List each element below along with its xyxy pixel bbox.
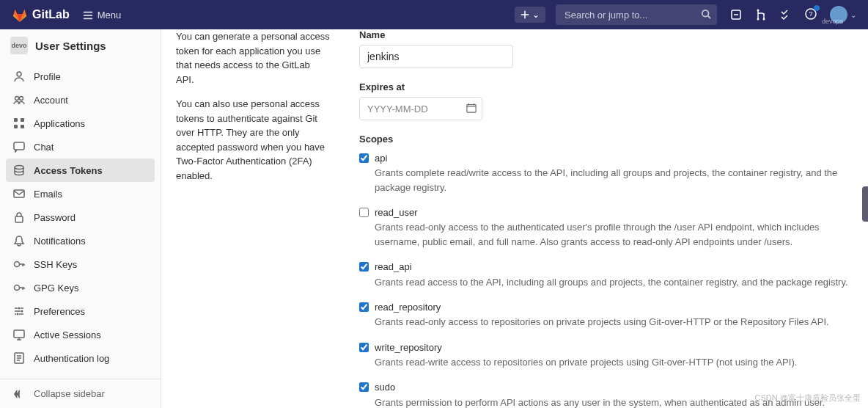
sidebar-item-chat[interactable]: Chat (6, 135, 155, 159)
scope-checkbox-sudo[interactable] (359, 382, 369, 392)
svg-rect-16 (14, 190, 24, 197)
notification-dot (814, 5, 820, 11)
svg-point-9 (20, 97, 23, 101)
ssh-keys-icon (13, 258, 25, 270)
scope-name: read_repository (375, 301, 853, 314)
todos-icon[interactable] (780, 9, 792, 21)
svg-rect-11 (21, 118, 24, 122)
sidebar-item-notifications[interactable]: Notifications (6, 229, 155, 252)
svg-point-4 (763, 18, 765, 21)
collapse-sidebar[interactable]: Collapse sidebar (0, 379, 161, 408)
brand[interactable]: GitLab (12, 7, 70, 23)
scope-checkbox-read_user[interactable] (359, 208, 369, 217)
sidebar-item-gpg-keys[interactable]: GPG Keys (6, 276, 155, 299)
new-dropdown[interactable]: ⌄ (515, 7, 545, 23)
applications-icon (13, 117, 25, 129)
scope-row-api: apiGrants complete read/write access to … (359, 152, 853, 194)
scope-name: api (375, 152, 853, 165)
scopes-label: Scopes (359, 134, 853, 145)
context-avatar: devo (10, 37, 28, 54)
svg-rect-14 (14, 142, 24, 150)
menu-button[interactable]: Menu (83, 10, 122, 21)
svg-point-18 (15, 262, 20, 267)
sidebar-item-label: GPG Keys (34, 283, 78, 294)
help-dropdown[interactable]: ? (805, 8, 817, 22)
name-label: Name (359, 29, 853, 40)
scopes-list: apiGrants complete read/write access to … (359, 152, 853, 408)
svg-rect-12 (14, 125, 18, 128)
profile-icon (13, 70, 25, 82)
description-column: You can generate a personal access token… (176, 29, 330, 408)
sidebar-item-access-tokens[interactable]: Access Tokens (6, 159, 155, 182)
scope-description: Grants complete read/write access to the… (375, 166, 853, 194)
active-sessions-icon (13, 329, 25, 340)
scope-checkbox-api[interactable] (359, 153, 369, 163)
svg-rect-17 (15, 216, 23, 222)
sidebar-item-label: Emails (34, 189, 62, 200)
scope-row-write_repository: write_repositoryGrants read-write access… (359, 341, 853, 370)
sidebar-item-label: Applications (34, 118, 85, 129)
svg-point-3 (757, 18, 760, 21)
gpg-keys-icon (13, 282, 25, 294)
sidebar: devo User Settings ProfileAccountApplica… (0, 29, 161, 408)
sidebar-item-authentication-log[interactable]: Authentication log (6, 346, 155, 370)
scope-row-read_user: read_userGrants read-only access to the … (359, 206, 853, 249)
scope-checkbox-read_repository[interactable] (359, 302, 369, 312)
search-icon (701, 9, 711, 19)
hamburger-icon (83, 10, 93, 20)
scope-description: Grants read-write access to repositories… (375, 355, 853, 370)
sidebar-title: User Settings (35, 40, 106, 52)
sidebar-context[interactable]: devo User Settings (0, 29, 161, 62)
calendar-icon[interactable] (466, 103, 477, 113)
sidebar-item-label: Access Tokens (34, 165, 103, 176)
sidebar-item-profile[interactable]: Profile (6, 65, 155, 88)
svg-point-21 (21, 310, 23, 313)
password-icon (13, 211, 25, 223)
svg-point-20 (18, 307, 21, 310)
svg-rect-10 (14, 118, 18, 122)
authentication-log-icon (13, 352, 25, 364)
merge-requests-icon[interactable] (755, 9, 767, 21)
sidebar-item-label: Authentication log (34, 353, 109, 364)
scope-row-read_repository: read_repositoryGrants read-only access t… (359, 301, 853, 329)
sidebar-item-ssh-keys[interactable]: SSH Keys (6, 252, 155, 276)
global-search (556, 4, 717, 25)
svg-rect-13 (21, 125, 24, 128)
account-icon (13, 94, 25, 106)
svg-point-2 (757, 10, 760, 12)
scope-name: read_api (375, 261, 853, 274)
sidebar-item-active-sessions[interactable]: Active Sessions (6, 323, 155, 346)
sidebar-item-label: Preferences (34, 306, 85, 317)
expires-input[interactable] (359, 97, 482, 120)
sidebar-item-label: Profile (34, 71, 61, 82)
scope-checkbox-write_repository[interactable] (359, 343, 369, 352)
side-handle[interactable] (862, 186, 868, 222)
sidebar-item-emails[interactable]: Emails (6, 182, 155, 205)
expires-label: Expires at (359, 81, 853, 92)
sidebar-item-label: Password (34, 212, 76, 223)
svg-point-7 (17, 72, 21, 76)
sidebar-item-password[interactable]: Password (6, 205, 155, 229)
svg-rect-23 (14, 330, 24, 338)
user-name-label: devops (822, 18, 843, 25)
collapse-icon (13, 389, 23, 399)
chat-icon (13, 141, 25, 153)
sidebar-item-preferences[interactable]: Preferences (6, 299, 155, 323)
brand-label: GitLab (32, 8, 70, 21)
svg-rect-25 (467, 105, 476, 113)
user-menu[interactable]: ⌄ devops (830, 6, 856, 23)
svg-point-8 (15, 97, 19, 101)
scope-checkbox-read_api[interactable] (359, 262, 369, 272)
emails-icon (13, 188, 25, 200)
main-content: You can generate a personal access token… (161, 29, 868, 408)
chevron-down-icon: ⌄ (532, 10, 540, 20)
search-input[interactable] (556, 4, 717, 25)
sidebar-item-applications[interactable]: Applications (6, 112, 155, 135)
issues-icon[interactable] (730, 9, 742, 21)
scope-row-read_api: read_apiGrants read access to the API, i… (359, 261, 853, 289)
sidebar-item-account[interactable]: Account (6, 88, 155, 112)
svg-point-15 (15, 166, 23, 170)
token-name-input[interactable] (359, 45, 513, 68)
svg-text:?: ? (809, 10, 812, 18)
scope-description: Grants read-only access to the authentic… (375, 220, 853, 249)
